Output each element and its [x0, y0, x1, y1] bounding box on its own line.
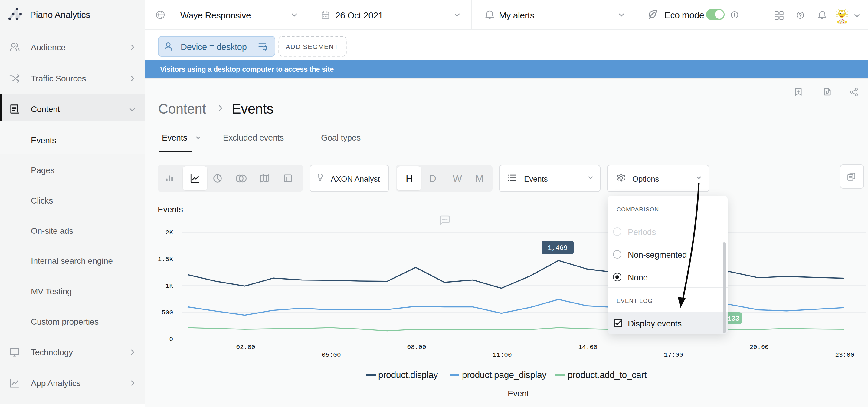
svg-text:500: 500 [161, 309, 173, 316]
svg-text:11:00: 11:00 [493, 352, 512, 358]
svg-text:1K: 1K [165, 283, 173, 290]
svg-text:14:00: 14:00 [578, 344, 597, 351]
svg-text:05:00: 05:00 [321, 352, 341, 358]
svg-text:2K: 2K [165, 229, 173, 236]
svg-text:product.display: product.display [378, 370, 438, 380]
svg-text:17:00: 17:00 [664, 352, 683, 358]
svg-text:23:00: 23:00 [835, 352, 854, 358]
svg-text:02:00: 02:00 [236, 344, 255, 351]
svg-text:product.add_to_cart: product.add_to_cart [567, 370, 647, 380]
svg-text:1.5K: 1.5K [158, 256, 173, 263]
svg-text:20:00: 20:00 [749, 344, 769, 351]
svg-text:0: 0 [169, 336, 173, 343]
svg-text:1,469: 1,469 [548, 244, 567, 252]
svg-text:Event: Event [508, 389, 529, 398]
svg-text:133: 133 [727, 315, 739, 323]
svg-text:product.page_display: product.page_display [462, 370, 547, 380]
svg-text:08:00: 08:00 [407, 344, 426, 351]
